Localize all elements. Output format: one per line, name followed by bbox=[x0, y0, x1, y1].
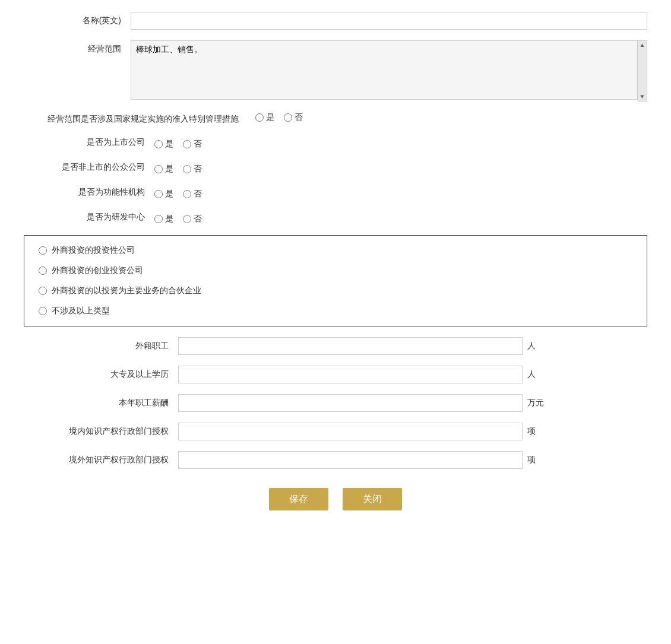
name-en-label: 各称(英文) bbox=[24, 12, 131, 26]
public-yes-option[interactable]: 是 bbox=[154, 164, 173, 175]
special-management-row: 经营范围是否涉及国家规定实施的准入特别管理措施 是 否 bbox=[24, 112, 647, 125]
special-management-yes-radio[interactable] bbox=[255, 113, 264, 122]
listed-no-label: 否 bbox=[194, 139, 202, 150]
listed-company-options: 是 否 bbox=[154, 135, 202, 150]
public-company-options: 是 否 bbox=[154, 160, 202, 175]
listed-no-option[interactable]: 否 bbox=[183, 139, 202, 150]
rd-yes-radio[interactable] bbox=[154, 215, 163, 223]
college-edu-input[interactable] bbox=[178, 366, 523, 383]
name-en-row: 各称(英文) bbox=[24, 12, 647, 30]
foreign-ip-label: 境外知识产权行政部门授权 bbox=[24, 451, 178, 465]
investment-type-3-label: 外商投资的以投资为主要业务的合伙企业 bbox=[52, 285, 201, 296]
investment-type-4-label: 不涉及以上类型 bbox=[52, 306, 110, 316]
business-scope-label: 经营范围 bbox=[24, 40, 131, 55]
functional-org-options: 是 否 bbox=[154, 185, 202, 199]
scroll-up-icon: ▲ bbox=[640, 42, 645, 48]
domestic-ip-unit: 项 bbox=[523, 423, 536, 437]
rd-center-label: 是否为研发中心 bbox=[48, 212, 154, 223]
special-management-label: 经营范围是否涉及国家规定实施的准入特别管理措施 bbox=[48, 114, 239, 123]
investment-type-2-label: 外商投资的创业投资公司 bbox=[52, 265, 143, 276]
public-no-label: 否 bbox=[194, 164, 202, 175]
foreign-staff-label: 外籍职工 bbox=[24, 337, 178, 351]
listed-company-row: 是否为上市公司 是 否 bbox=[24, 135, 647, 150]
public-no-radio[interactable] bbox=[183, 165, 191, 173]
public-company-row: 是否非上市的公众公司 是 否 bbox=[24, 160, 647, 175]
public-yes-radio[interactable] bbox=[154, 165, 163, 173]
listed-yes-option[interactable]: 是 bbox=[154, 139, 173, 150]
annual-salary-unit: 万元 bbox=[523, 394, 544, 408]
functional-yes-label: 是 bbox=[165, 189, 173, 199]
functional-org-row: 是否为功能性机构 是 否 bbox=[24, 185, 647, 199]
rd-no-label: 否 bbox=[194, 214, 202, 224]
investment-type-3-radio[interactable] bbox=[39, 287, 47, 295]
form-container: 各称(英文) 经营范围 棒球加工、销售。 ▲ ▼ 经营范围是否涉及国家规定实施的… bbox=[24, 12, 647, 510]
domestic-ip-label: 境内知识产权行政部门授权 bbox=[24, 423, 178, 437]
functional-no-label: 否 bbox=[194, 189, 202, 199]
investment-type-2-radio[interactable] bbox=[39, 267, 47, 275]
foreign-ip-row: 境外知识产权行政部门授权 项 bbox=[24, 451, 647, 469]
functional-yes-radio[interactable] bbox=[154, 190, 163, 198]
save-button[interactable]: 保存 bbox=[269, 488, 328, 510]
annual-salary-label: 本年职工薪酬 bbox=[24, 394, 178, 408]
foreign-staff-row: 外籍职工 人 bbox=[24, 337, 647, 355]
public-yes-label: 是 bbox=[165, 164, 173, 175]
annual-salary-input[interactable] bbox=[178, 394, 523, 412]
rd-yes-option[interactable]: 是 bbox=[154, 214, 173, 224]
functional-no-option[interactable]: 否 bbox=[183, 189, 202, 199]
rd-no-option[interactable]: 否 bbox=[183, 214, 202, 224]
investment-type-box: 外商投资的投资性公司 外商投资的创业投资公司 外商投资的以投资为主要业务的合伙企… bbox=[24, 235, 647, 326]
scrollbar-hint: ▲ ▼ bbox=[638, 40, 647, 101]
special-management-yes-option[interactable]: 是 bbox=[255, 112, 274, 123]
business-scope-textarea[interactable]: 棒球加工、销售。 bbox=[131, 40, 638, 100]
functional-org-label: 是否为功能性机构 bbox=[48, 187, 154, 198]
public-no-option[interactable]: 否 bbox=[183, 164, 202, 175]
college-edu-row: 大专及以上学历 人 bbox=[24, 366, 647, 383]
college-edu-label: 大专及以上学历 bbox=[24, 366, 178, 380]
foreign-staff-unit: 人 bbox=[523, 337, 536, 351]
functional-no-radio[interactable] bbox=[183, 190, 191, 198]
scroll-down-icon: ▼ bbox=[640, 94, 645, 100]
close-button[interactable]: 关闭 bbox=[343, 488, 402, 510]
investment-type-1[interactable]: 外商投资的投资性公司 bbox=[39, 245, 632, 256]
listed-yes-radio[interactable] bbox=[154, 140, 163, 148]
public-company-label: 是否非上市的公众公司 bbox=[48, 162, 154, 173]
domestic-ip-input[interactable] bbox=[178, 423, 523, 440]
investment-type-3[interactable]: 外商投资的以投资为主要业务的合伙企业 bbox=[39, 285, 632, 296]
annual-salary-row: 本年职工薪酬 万元 bbox=[24, 394, 647, 412]
listed-no-radio[interactable] bbox=[183, 140, 191, 148]
functional-yes-option[interactable]: 是 bbox=[154, 189, 173, 199]
special-management-yes-label: 是 bbox=[266, 112, 274, 123]
special-management-no-label: 否 bbox=[295, 112, 303, 123]
investment-type-4-radio[interactable] bbox=[39, 307, 47, 315]
college-edu-unit: 人 bbox=[523, 366, 536, 380]
rd-yes-label: 是 bbox=[165, 214, 173, 224]
foreign-ip-unit: 项 bbox=[523, 451, 536, 465]
investment-type-4[interactable]: 不涉及以上类型 bbox=[39, 306, 632, 316]
investment-type-1-label: 外商投资的投资性公司 bbox=[52, 245, 135, 256]
business-scope-row: 经营范围 棒球加工、销售。 ▲ ▼ bbox=[24, 40, 647, 101]
listed-yes-label: 是 bbox=[165, 139, 173, 150]
foreign-ip-input[interactable] bbox=[178, 451, 523, 469]
rd-no-radio[interactable] bbox=[183, 215, 191, 223]
business-scope-textarea-wrapper: 棒球加工、销售。 ▲ ▼ bbox=[131, 40, 647, 101]
rd-center-options: 是 否 bbox=[154, 210, 202, 224]
rd-center-row: 是否为研发中心 是 否 bbox=[24, 210, 647, 224]
special-management-no-option[interactable]: 否 bbox=[284, 112, 303, 123]
domestic-ip-row: 境内知识产权行政部门授权 项 bbox=[24, 423, 647, 440]
name-en-input[interactable] bbox=[131, 12, 647, 30]
button-row: 保存 关闭 bbox=[24, 488, 647, 510]
investment-type-1-radio[interactable] bbox=[39, 246, 47, 255]
foreign-staff-input[interactable] bbox=[178, 337, 523, 355]
special-management-no-radio[interactable] bbox=[284, 113, 292, 122]
investment-type-2[interactable]: 外商投资的创业投资公司 bbox=[39, 265, 632, 276]
listed-company-label: 是否为上市公司 bbox=[48, 137, 154, 148]
